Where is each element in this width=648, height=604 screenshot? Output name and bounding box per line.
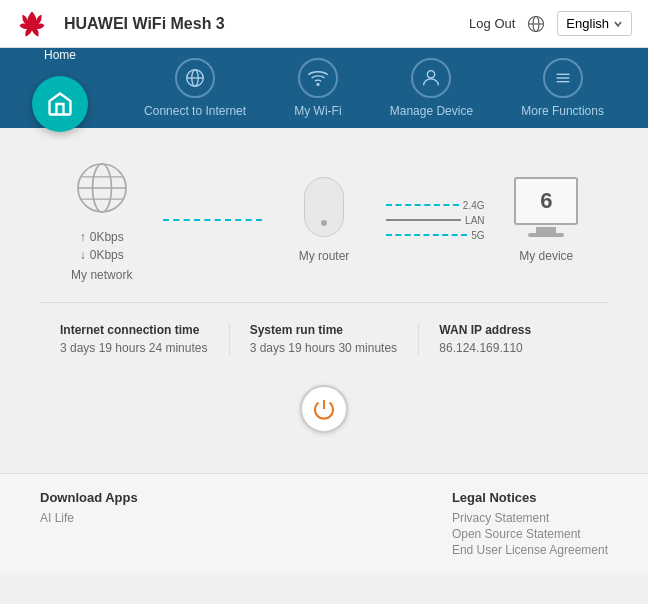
language-selector[interactable]: English (557, 11, 632, 36)
logout-button[interactable]: Log Out (469, 16, 515, 31)
speed-up-value: 0Kbps (90, 230, 124, 244)
globe-icon (527, 15, 545, 33)
device-label: My device (519, 249, 573, 263)
router-icon (304, 177, 344, 237)
power-button[interactable] (300, 385, 348, 433)
footer-opensource-link[interactable]: Open Source Statement (452, 527, 608, 541)
globe-nav-icon (184, 67, 206, 89)
nav-home-label: Home (44, 48, 76, 62)
connection-time-item: Internet connection time 3 days 19 hours… (40, 323, 230, 355)
connection-time-value: 3 days 19 hours 24 minutes (60, 341, 209, 355)
nav-item-manage[interactable]: Manage Device (380, 58, 483, 118)
info-row: Internet connection time 3 days 19 hours… (40, 302, 608, 365)
wan-ip-title: WAN IP address (439, 323, 588, 337)
nav-item-manage-circle (411, 58, 451, 98)
speed-up: ↑ 0Kbps (80, 230, 124, 244)
footer-download: Download Apps AI Life (40, 490, 138, 559)
nav-wifi-label: My Wi-Fi (294, 104, 341, 118)
band-5g-label: 5G (471, 230, 484, 241)
chevron-down-icon (613, 19, 623, 29)
monitor-icon: 6 (514, 177, 578, 237)
run-time-value: 3 days 19 hours 30 minutes (250, 341, 399, 355)
header-right: Log Out English (469, 11, 632, 36)
arrow-up-icon: ↑ (80, 230, 86, 244)
network-status-item: ↑ 0Kbps ↓ 0Kbps My network (40, 158, 163, 282)
main-content: ↑ 0Kbps ↓ 0Kbps My network My router (0, 128, 648, 473)
monitor-base (528, 233, 564, 237)
network-label: My network (71, 268, 132, 282)
monitor-screen: 6 (514, 177, 578, 225)
footer-legal: Legal Notices Privacy Statement Open Sou… (452, 490, 608, 559)
svg-point-6 (317, 84, 319, 86)
nav-item-more[interactable]: More Functions (511, 58, 614, 118)
nav-manage-label: Manage Device (390, 104, 473, 118)
speed-down-value: 0Kbps (90, 248, 124, 262)
wifi-nav-icon (307, 67, 329, 89)
speed-down: ↓ 0Kbps (80, 248, 124, 262)
home-icon (46, 90, 74, 118)
power-area (40, 365, 608, 453)
footer-ai-life-link[interactable]: AI Life (40, 511, 138, 525)
footer: Download Apps AI Life Legal Notices Priv… (0, 473, 648, 575)
user-nav-icon (420, 67, 442, 89)
device-count: 6 (540, 188, 552, 214)
nav-home[interactable]: Home (20, 60, 100, 116)
nav-item-wifi[interactable]: My Wi-Fi (284, 58, 351, 118)
run-time-title: System run time (250, 323, 399, 337)
router-status-item: My router (262, 177, 385, 263)
speed-info: ↑ 0Kbps ↓ 0Kbps (80, 230, 124, 262)
huawei-logo-icon (16, 10, 48, 38)
wan-ip-value: 86.124.169.110 (439, 341, 588, 355)
nav-more-label: More Functions (521, 104, 604, 118)
nav-item-connect-circle (175, 58, 215, 98)
connection-time-title: Internet connection time (60, 323, 209, 337)
band-lan-label: LAN (465, 215, 484, 226)
footer-download-title: Download Apps (40, 490, 138, 505)
nav-item-more-circle (543, 58, 583, 98)
status-row: ↑ 0Kbps ↓ 0Kbps My network My router (40, 158, 608, 282)
power-icon (312, 397, 336, 421)
nav-bar: Home Connect to Internet (0, 48, 648, 128)
logo-area: HUAWEI WiFi Mesh 3 (16, 10, 225, 38)
footer-privacy-link[interactable]: Privacy Statement (452, 511, 608, 525)
menu-nav-icon (552, 67, 574, 89)
device-status-item: 6 My device (485, 177, 608, 263)
network-globe-icon (72, 158, 132, 218)
network-icon-area (72, 158, 132, 222)
connector-router-bands: 2.4G LAN 5G (386, 200, 485, 241)
band-24g-label: 2.4G (463, 200, 485, 211)
footer-eula-link[interactable]: End User License Agreement (452, 543, 608, 557)
footer-legal-title: Legal Notices (452, 490, 608, 505)
nav-item-connect[interactable]: Connect to Internet (134, 58, 256, 118)
app-title: HUAWEI WiFi Mesh 3 (64, 15, 225, 33)
router-icon-area (304, 177, 344, 237)
device-icon-area: 6 (514, 177, 578, 237)
header: HUAWEI WiFi Mesh 3 Log Out English (0, 0, 648, 48)
svg-point-7 (428, 71, 435, 78)
nav-items: Connect to Internet My Wi-Fi Manage De (120, 58, 628, 118)
router-label: My router (299, 249, 350, 263)
nav-connect-label: Connect to Internet (144, 104, 246, 118)
language-label: English (566, 16, 609, 31)
nav-item-wifi-circle (298, 58, 338, 98)
wan-ip-item: WAN IP address 86.124.169.110 (419, 323, 608, 355)
connector-network-router (163, 219, 262, 221)
nav-home-circle[interactable] (32, 76, 88, 132)
run-time-item: System run time 3 days 19 hours 30 minut… (230, 323, 420, 355)
router-light (321, 220, 327, 226)
arrow-down-icon: ↓ (80, 248, 86, 262)
